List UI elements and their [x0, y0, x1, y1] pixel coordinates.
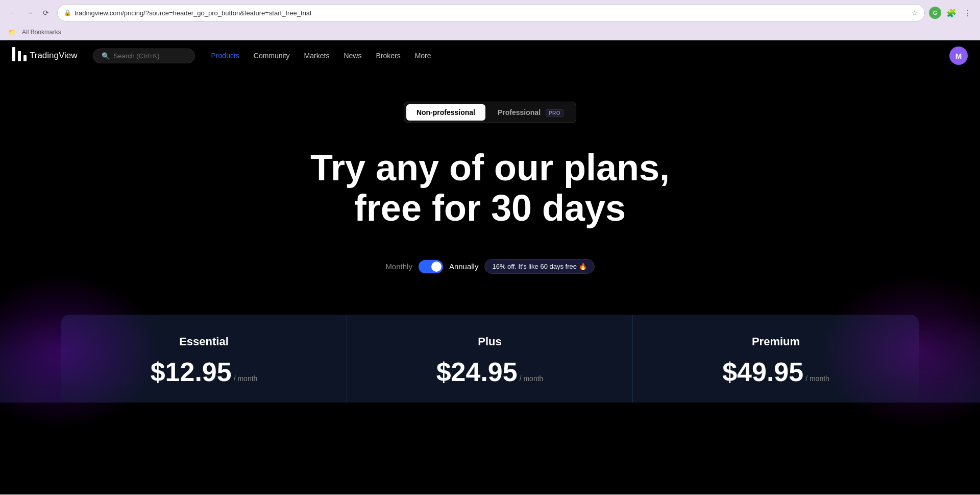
premium-price: $49.95 / month [653, 357, 898, 387]
bookmarks-bar: 📁 All Bookmarks [6, 26, 974, 40]
browser-toolbar: ← → ⟳ 🔒 ☆ G 🧩 ⋮ [6, 4, 974, 21]
premium-price-period: / month [805, 374, 829, 383]
annually-label: Annually [449, 262, 479, 271]
svg-rect-0 [12, 47, 15, 61]
plus-price: $24.95 / month [368, 357, 612, 387]
plus-plan-name: Plus [368, 335, 612, 348]
nav-news[interactable]: News [337, 49, 368, 63]
bookmarks-folder-icon: 📁 [6, 28, 18, 37]
discount-badge[interactable]: 16% off. It's like 60 days free 🔥 [484, 259, 594, 274]
bookmark-star-icon[interactable]: ☆ [912, 9, 918, 17]
header-right: M [949, 46, 968, 65]
plan-type-toggle: Non-professional Professional PRO [404, 102, 576, 123]
nav-community[interactable]: Community [248, 49, 296, 63]
premium-card: Premium $49.95 / month [633, 315, 919, 403]
address-input[interactable] [75, 9, 909, 17]
site-header: TradingView 🔍 Products Community Markets… [0, 40, 980, 71]
user-avatar[interactable]: M [949, 46, 968, 65]
website-container: TradingView 🔍 Products Community Markets… [0, 40, 980, 494]
essential-price-amount: $12.95 [151, 357, 232, 387]
plus-price-amount: $24.95 [436, 357, 518, 387]
billing-toggle-switch[interactable] [419, 260, 443, 273]
premium-plan-name: Premium [653, 335, 898, 348]
headline-line2: free for 30 days [354, 187, 626, 228]
svg-rect-1 [18, 51, 21, 61]
professional-btn[interactable]: Professional PRO [487, 104, 574, 121]
search-icon: 🔍 [102, 52, 110, 60]
nav-products[interactable]: Products [205, 49, 246, 63]
pricing-section: Essential $12.95 / month Plus $24.95 / m… [0, 315, 980, 403]
forward-button[interactable]: → [22, 6, 37, 20]
pricing-cards: Essential $12.95 / month Plus $24.95 / m… [61, 315, 919, 403]
billing-toggle-row: Monthly Annually 16% off. It's like 60 d… [385, 259, 594, 274]
essential-price-period: / month [234, 374, 258, 383]
plus-card: Plus $24.95 / month [347, 315, 633, 403]
nav-buttons: ← → ⟳ [6, 6, 53, 20]
headline-line1: Try any of our plans, [310, 147, 670, 188]
extensions-puzzle-icon[interactable]: 🧩 [945, 7, 958, 19]
header-search[interactable]: 🔍 [93, 49, 195, 63]
toggle-knob [431, 262, 442, 272]
reload-button[interactable]: ⟳ [39, 6, 53, 20]
nav-markets[interactable]: Markets [298, 49, 336, 63]
essential-price: $12.95 / month [82, 357, 326, 387]
back-button[interactable]: ← [6, 6, 20, 20]
nav-more[interactable]: More [409, 49, 437, 63]
nav-brokers[interactable]: Brokers [370, 49, 406, 63]
tradingview-logo-icon [12, 47, 27, 64]
header-nav: Products Community Markets News Brokers … [205, 49, 949, 63]
hero-headline: Try any of our plans, free for 30 days [310, 148, 670, 228]
hero-section: Non-professional Professional PRO Try an… [0, 71, 980, 315]
monthly-label: Monthly [385, 262, 412, 271]
non-professional-btn[interactable]: Non-professional [406, 104, 485, 121]
plus-price-period: / month [520, 374, 544, 383]
search-input[interactable] [114, 52, 185, 60]
essential-plan-name: Essential [82, 335, 326, 348]
security-icon: 🔒 [64, 9, 71, 16]
premium-price-amount: $49.95 [722, 357, 803, 387]
svg-rect-2 [23, 55, 27, 61]
address-bar-container[interactable]: 🔒 ☆ [57, 4, 925, 21]
browser-actions: G 🧩 ⋮ [929, 7, 974, 19]
logo-area[interactable]: TradingView [12, 47, 78, 64]
essential-card: Essential $12.95 / month [61, 315, 347, 403]
extension-google-icon[interactable]: G [929, 7, 941, 19]
pro-badge: PRO [546, 109, 564, 117]
logo-text: TradingView [30, 51, 78, 61]
browser-chrome: ← → ⟳ 🔒 ☆ G 🧩 ⋮ 📁 All Bookmarks [0, 0, 980, 40]
browser-menu-icon[interactable]: ⋮ [962, 7, 974, 19]
all-bookmarks-label[interactable]: All Bookmarks [20, 28, 63, 37]
